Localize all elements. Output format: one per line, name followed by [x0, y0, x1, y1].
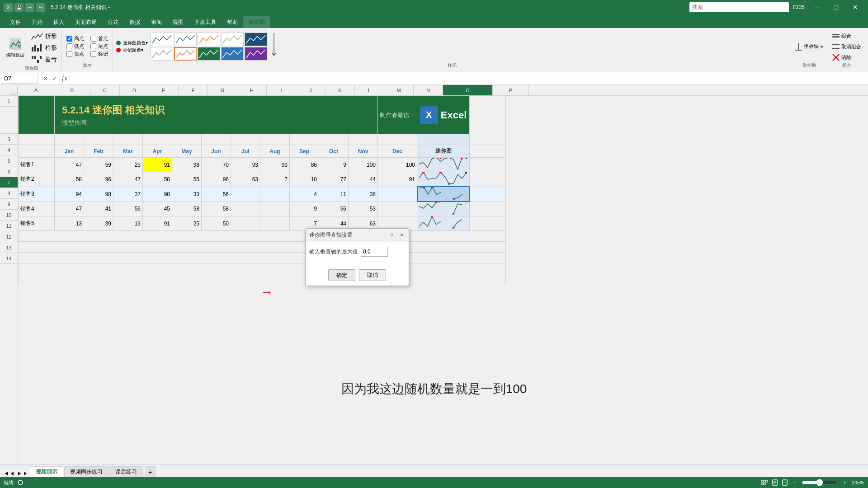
edit-data-button[interactable]: 编辑数据: [5, 37, 26, 59]
redo-icon[interactable]: ↪: [36, 3, 45, 12]
tab-help[interactable]: 帮助: [222, 16, 243, 28]
col-header-d[interactable]: D: [120, 85, 149, 95]
r3-n[interactable]: [378, 134, 417, 145]
tab-pagelayout[interactable]: 页面布局: [70, 16, 102, 28]
group-button[interactable]: 组合: [830, 31, 863, 41]
r5-feb[interactable]: 59: [84, 158, 113, 172]
month-jun[interactable]: Jun: [202, 145, 231, 158]
month-sep[interactable]: Sep: [290, 145, 319, 158]
r5-jan[interactable]: 47: [55, 158, 84, 172]
r8-dec[interactable]: [378, 202, 417, 216]
r6-sparkline[interactable]: [417, 172, 470, 187]
r6-oct[interactable]: 77: [319, 172, 349, 187]
col-header-m[interactable]: M: [384, 85, 414, 95]
r5-jun[interactable]: 70: [202, 158, 231, 172]
minimize-button[interactable]: —: [808, 0, 826, 14]
r4-ab[interactable]: [19, 145, 55, 158]
tab-review[interactable]: 审阅: [146, 16, 167, 28]
r8-apr[interactable]: 45: [143, 202, 172, 216]
r9-jan[interactable]: 13: [55, 216, 84, 231]
ungroup-button[interactable]: 取消组合: [830, 42, 863, 52]
sheet-tab-after-practice[interactable]: 课后练习: [109, 466, 143, 477]
r5-jul[interactable]: 93: [231, 158, 260, 172]
col-header-a[interactable]: A: [18, 85, 54, 95]
row-num-5[interactable]: 5: [0, 155, 18, 166]
r8-jun[interactable]: 58: [202, 202, 231, 216]
r7-jul[interactable]: [231, 187, 260, 202]
r3-o[interactable]: [417, 134, 470, 145]
row-num-8[interactable]: 8: [0, 188, 18, 199]
r8-nov[interactable]: 53: [349, 202, 378, 216]
month-feb[interactable]: Feb: [84, 145, 113, 158]
winloss-sparkline-button[interactable]: 盈亏: [29, 54, 59, 65]
r9-aug[interactable]: [260, 216, 290, 231]
r4-p[interactable]: [470, 145, 506, 158]
r8-may[interactable]: 58: [172, 202, 202, 216]
tab-view[interactable]: 视图: [167, 16, 189, 28]
r9-p[interactable]: [470, 216, 506, 231]
col-header-f[interactable]: F: [179, 85, 208, 95]
r6-sep[interactable]: 10: [290, 172, 319, 187]
r8-p[interactable]: [470, 202, 506, 216]
month-apr[interactable]: Apr: [143, 145, 172, 158]
insert-function-icon[interactable]: ƒx: [60, 75, 69, 82]
dialog-value-input[interactable]: [361, 247, 388, 257]
r3-h[interactable]: [202, 134, 231, 145]
month-sparkline[interactable]: 迷你图: [417, 145, 470, 158]
col-header-k[interactable]: K: [326, 85, 355, 95]
row-num-4[interactable]: 4: [0, 145, 18, 155]
r8-oct[interactable]: 56: [319, 202, 349, 216]
r13-empty[interactable]: [19, 263, 506, 274]
zoom-out-button[interactable]: −: [792, 480, 798, 485]
row-num-14[interactable]: 14: [0, 253, 18, 264]
col-header-i[interactable]: I: [267, 85, 296, 95]
r7-jan[interactable]: 94: [55, 187, 84, 202]
r5-sep[interactable]: 86: [290, 158, 319, 172]
r3-e[interactable]: [113, 134, 143, 145]
r6-p[interactable]: [470, 172, 506, 187]
r6-jun[interactable]: 96: [202, 172, 231, 187]
r5-mar[interactable]: 25: [113, 158, 143, 172]
r9-sparkline[interactable]: [417, 216, 470, 231]
r7-dec[interactable]: [378, 187, 417, 202]
row-num-3[interactable]: 3: [0, 134, 18, 145]
row-num-7[interactable]: 7: [0, 177, 18, 188]
sheet-nav-left[interactable]: [2, 470, 30, 477]
r5-sparkline[interactable]: [417, 158, 470, 172]
sheet-tab-video-practice[interactable]: 视频同步练习: [64, 466, 108, 477]
r3-d[interactable]: [84, 134, 113, 145]
month-may[interactable]: May: [172, 145, 202, 158]
checkbox-negative[interactable]: 负点: [66, 51, 84, 57]
tab-insert[interactable]: 插入: [48, 16, 70, 28]
r7-feb[interactable]: 98: [84, 187, 113, 202]
r11-empty[interactable]: [19, 242, 506, 253]
month-oct[interactable]: Oct: [319, 145, 349, 158]
page-view-icon[interactable]: [772, 479, 778, 486]
r7-label[interactable]: 销售3: [19, 187, 55, 202]
r6-nov[interactable]: 44: [349, 172, 378, 187]
col-header-n[interactable]: N: [414, 85, 443, 95]
zoom-level[interactable]: 205%: [852, 480, 864, 485]
r7-p[interactable]: [470, 187, 506, 202]
row-num-13[interactable]: 13: [0, 242, 18, 253]
r5-dec[interactable]: 100: [378, 158, 417, 172]
month-nov[interactable]: Nov: [349, 145, 378, 158]
r5-apr[interactable]: 91: [143, 158, 172, 172]
zoom-slider[interactable]: [802, 479, 838, 486]
search-input[interactable]: [689, 2, 789, 12]
col-header-g[interactable]: G: [208, 85, 237, 95]
sheet-tab-video-demo[interactable]: 视频演示: [30, 466, 63, 477]
checkbox-first[interactable]: 首点: [90, 35, 108, 42]
r7-apr[interactable]: 98: [143, 187, 172, 202]
r9-feb[interactable]: 39: [84, 216, 113, 231]
r7-sparkline[interactable]: [417, 187, 470, 202]
checkbox-low[interactable]: 低点: [66, 43, 84, 50]
r5-may[interactable]: 98: [172, 158, 202, 172]
dialog-confirm-button[interactable]: 确定: [328, 269, 355, 281]
r14-empty[interactable]: [19, 274, 506, 285]
tab-developer[interactable]: 开发工具: [189, 16, 222, 28]
sheet-tab-add-button[interactable]: +: [145, 466, 156, 477]
r5-oct[interactable]: 9: [319, 158, 349, 172]
row-num-1[interactable]: 1: [0, 96, 18, 107]
r6-aug[interactable]: 7: [260, 172, 290, 187]
